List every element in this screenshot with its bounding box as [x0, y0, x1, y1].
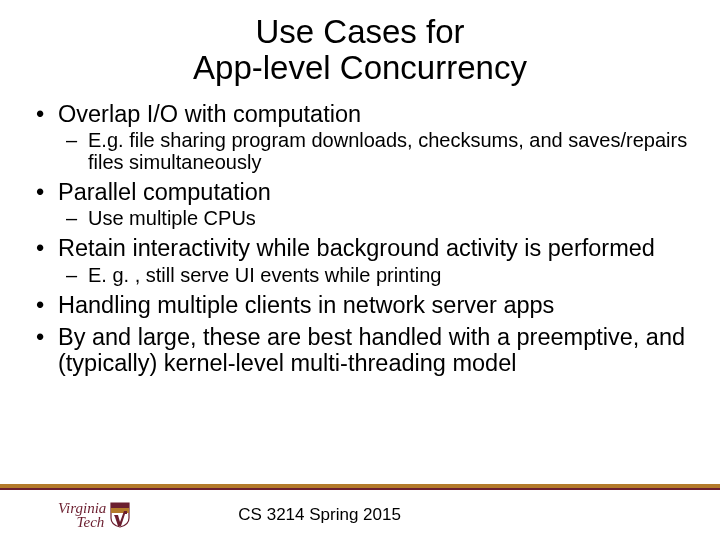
- sub-text: E. g. , still serve UI events while prin…: [88, 264, 441, 286]
- stripe-orange: [0, 484, 720, 488]
- title-line-2: App-level Concurrency: [193, 49, 527, 86]
- course-label: CS 3214 Spring 2015: [238, 505, 401, 525]
- sub-list: E.g. file sharing program downloads, che…: [58, 129, 692, 173]
- sub-item: E.g. file sharing program downloads, che…: [58, 129, 692, 173]
- sub-item: E. g. , still serve UI events while prin…: [58, 264, 692, 286]
- footer: Virginia Tech CS 3214 Spring 2015: [0, 483, 720, 540]
- vt-logo-text: Virginia Tech: [58, 501, 106, 530]
- slide-content: Overlap I/O with computation E.g. file s…: [0, 87, 720, 377]
- bullet-item: Overlap I/O with computation E.g. file s…: [28, 101, 692, 173]
- bullet-text: Parallel computation: [58, 179, 271, 205]
- bullet-text: Overlap I/O with computation: [58, 101, 361, 127]
- vt-logo: Virginia Tech: [58, 501, 130, 530]
- bullet-item: Parallel computation Use multiple CPUs: [28, 179, 692, 229]
- bullet-item: Handling multiple clients in network ser…: [28, 292, 692, 318]
- title-line-1: Use Cases for: [255, 13, 464, 50]
- vt-line2: Tech: [77, 515, 107, 529]
- bullet-item: Retain interactivity while background ac…: [28, 235, 692, 285]
- slide-title: Use Cases for App-level Concurrency: [0, 0, 720, 87]
- sub-list: Use multiple CPUs: [58, 207, 692, 229]
- svg-rect-0: [111, 503, 129, 508]
- bullet-text: Retain interactivity while background ac…: [58, 235, 655, 261]
- sub-item: Use multiple CPUs: [58, 207, 692, 229]
- vt-shield-icon: [110, 502, 130, 528]
- slide: Use Cases for App-level Concurrency Over…: [0, 0, 720, 540]
- sub-text: Use multiple CPUs: [88, 207, 256, 229]
- bullet-list: Overlap I/O with computation E.g. file s…: [28, 101, 692, 377]
- bullet-text: By and large, these are best handled wit…: [58, 324, 685, 376]
- sub-text: E.g. file sharing program downloads, che…: [88, 129, 687, 173]
- bullet-item: By and large, these are best handled wit…: [28, 324, 692, 377]
- vt-line1: Virginia: [58, 501, 106, 515]
- footer-bar: Virginia Tech CS 3214 Spring 2015: [0, 490, 720, 540]
- bullet-text: Handling multiple clients in network ser…: [58, 292, 554, 318]
- sub-list: E. g. , still serve UI events while prin…: [58, 264, 692, 286]
